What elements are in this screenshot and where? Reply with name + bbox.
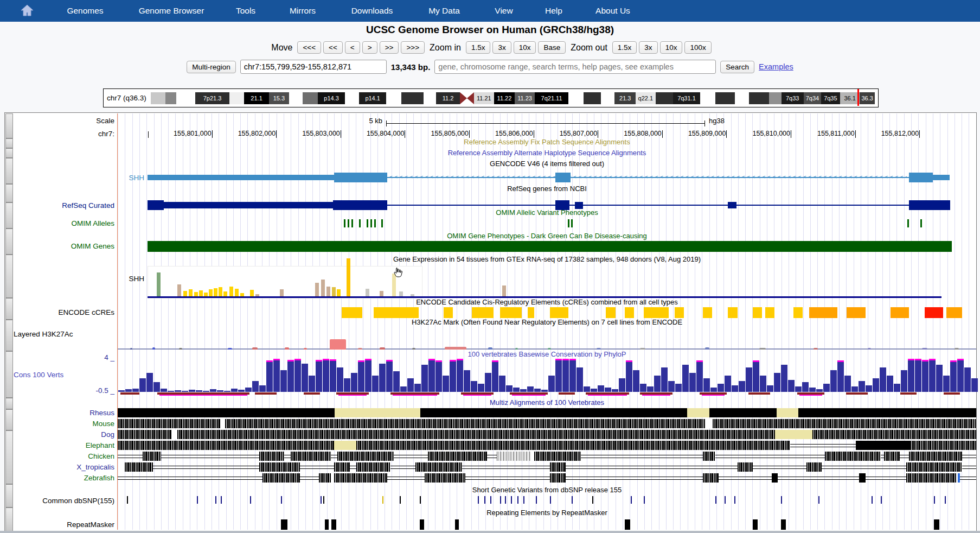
phylop-bar[interactable]	[287, 361, 294, 392]
phylop-bar[interactable]	[816, 389, 823, 392]
gtex-expression-bar[interactable]	[399, 291, 403, 296]
snp-variant-tick[interactable]	[281, 496, 282, 504]
phylop-bar[interactable]	[555, 360, 562, 392]
phylop-bar[interactable]	[619, 378, 625, 392]
phylop-bar[interactable]	[873, 378, 879, 392]
alignment-block[interactable]	[709, 408, 777, 417]
gtex-expression-bar[interactable]	[347, 258, 350, 296]
phylop-bar[interactable]	[125, 389, 132, 392]
phylop-bar[interactable]	[703, 378, 710, 392]
omim-allele-variant[interactable]	[351, 219, 353, 227]
snp-variant-tick[interactable]	[511, 496, 512, 504]
alignment-block[interactable]	[806, 462, 822, 472]
gtex-expression-bar[interactable]	[157, 272, 161, 296]
phylop-bar[interactable]	[457, 360, 463, 392]
snp-variant-tick[interactable]	[536, 496, 537, 504]
phylop-bar[interactable]	[647, 386, 654, 392]
omim-allele-variant[interactable]	[907, 219, 909, 227]
track-drag-handle[interactable]	[5, 138, 13, 148]
snp-variant-tick[interactable]	[400, 496, 401, 504]
phylop-bar[interactable]	[414, 384, 421, 392]
phylop-bar[interactable]	[527, 386, 534, 392]
refseq-shh-exon[interactable]	[148, 200, 164, 210]
phylop-bar[interactable]	[802, 382, 809, 392]
phylop-bar[interactable]	[161, 389, 167, 392]
gtex-expression-bar[interactable]	[235, 289, 239, 296]
phylop-bar[interactable]	[957, 360, 964, 392]
phylop-bar[interactable]	[894, 384, 900, 392]
alignment-block[interactable]	[713, 419, 976, 428]
h3k27ac-peak[interactable]	[640, 348, 645, 350]
track-drag-handle[interactable]	[5, 202, 13, 229]
phylop-bar[interactable]	[598, 385, 604, 392]
phylop-bar[interactable]	[175, 390, 181, 392]
gtex-expression-bar[interactable]	[502, 285, 506, 296]
phylop-bar[interactable]	[788, 380, 795, 392]
alignment-block[interactable]	[337, 452, 394, 461]
species-label[interactable]: Mouse	[14, 420, 114, 428]
phylop-bar[interactable]	[365, 360, 371, 392]
phylop-bar[interactable]	[309, 376, 315, 392]
gtex-expression-bar[interactable]	[194, 292, 198, 296]
phylop-bar[interactable]	[499, 376, 505, 392]
omim-allele-variant[interactable]	[571, 219, 573, 227]
phylop-bar[interactable]	[146, 373, 153, 392]
phylop-bar[interactable]	[725, 376, 731, 392]
snp-variant-tick[interactable]	[715, 496, 716, 504]
gtex-expression-bar[interactable]	[380, 291, 383, 296]
h3k27ac-peak[interactable]	[330, 339, 346, 350]
ccre-element[interactable]	[675, 307, 684, 318]
snp-variant-tick[interactable]	[881, 496, 882, 504]
snp-variant-tick[interactable]	[734, 496, 735, 504]
phylop-bar[interactable]	[767, 385, 773, 392]
h3k27ac-peak[interactable]	[152, 347, 155, 350]
snp-variant-tick[interactable]	[382, 496, 383, 504]
snp-variant-tick[interactable]	[592, 496, 593, 504]
ccre-element[interactable]	[625, 307, 634, 318]
track-drag-handle[interactable]	[5, 484, 13, 507]
snp-variant-tick[interactable]	[323, 496, 324, 504]
alignment-block[interactable]	[738, 462, 753, 472]
alignment-block[interactable]	[856, 441, 910, 450]
gtex-expression-bar[interactable]	[209, 289, 213, 296]
alignment-block[interactable]	[143, 452, 161, 461]
snp-variant-tick[interactable]	[934, 496, 935, 504]
phylop-bar[interactable]	[118, 390, 125, 392]
snp-variant-tick[interactable]	[420, 496, 421, 504]
refseq-shh-intron-line[interactable]	[387, 205, 909, 206]
phylop-bar[interactable]	[428, 360, 435, 392]
snp-variant-tick[interactable]	[725, 496, 726, 504]
alignment-block[interactable]	[812, 430, 976, 439]
track-drag-handle[interactable]	[5, 148, 13, 158]
phylop-bar[interactable]	[562, 360, 569, 392]
phylop-bar[interactable]	[837, 362, 844, 392]
phylop-bar[interactable]	[316, 361, 322, 392]
ccre-element[interactable]	[374, 307, 419, 318]
phylop-bar[interactable]	[379, 364, 386, 392]
h3k27ac-peak[interactable]	[445, 347, 466, 350]
phylop-bar[interactable]	[541, 390, 548, 392]
phylop-bar[interactable]	[471, 381, 477, 392]
phylop-bar[interactable]	[443, 376, 449, 392]
alignment-block[interactable]	[334, 441, 356, 450]
phylop-bar[interactable]	[407, 378, 414, 392]
phylop-bar[interactable]	[795, 386, 802, 392]
phylop-bar[interactable]	[633, 370, 639, 392]
snp-variant-tick[interactable]	[644, 496, 645, 504]
phylop-bar[interactable]	[696, 362, 703, 392]
phylop-bar[interactable]	[830, 370, 837, 392]
gtex-expression-bar[interactable]	[177, 284, 181, 296]
omim-allele-variant[interactable]	[381, 219, 383, 227]
repeat-element[interactable]	[934, 519, 939, 530]
h3k27ac-peak[interactable]	[548, 348, 551, 350]
alignment-block[interactable]	[687, 408, 709, 417]
ccre-element[interactable]	[528, 307, 534, 318]
phylop-bar[interactable]	[760, 376, 766, 392]
phylop-bar[interactable]	[929, 360, 936, 392]
phylop-bar[interactable]	[520, 389, 527, 392]
gencode-shh-exon[interactable]	[933, 175, 950, 180]
snp-variant-tick[interactable]	[517, 496, 518, 504]
phylop-bar[interactable]	[851, 386, 858, 392]
alignment-block[interactable]	[859, 473, 866, 483]
omim-allele-variant[interactable]	[367, 219, 368, 227]
